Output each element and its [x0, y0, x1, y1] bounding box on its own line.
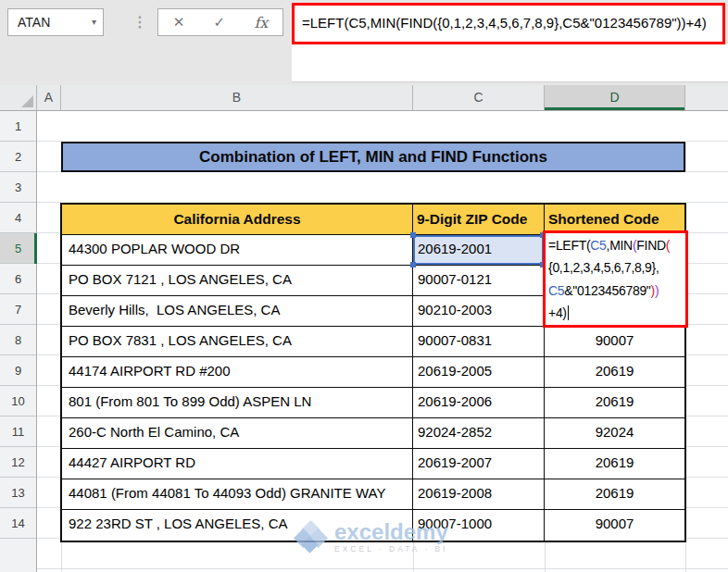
formula-cell[interactable]: =LEFT(C5,MIN(FIND({0,1,2,3,4,5,6,7,8,9},… — [543, 230, 688, 328]
column-header-C[interactable]: C — [413, 85, 545, 110]
cancel-icon[interactable]: ✕ — [173, 14, 185, 31]
column-header-A[interactable]: A — [37, 85, 61, 110]
formula-toolbar: ✕ ✓ fx — [157, 8, 283, 36]
row-header-3[interactable]: 3 — [0, 172, 36, 203]
cell-address[interactable]: 260-C North El Camino, CA — [62, 418, 413, 449]
row-header-7[interactable]: 7 — [0, 294, 36, 325]
cell-zip[interactable]: 20619-2001 — [413, 235, 545, 266]
separator-dots-icon: ⋮ — [132, 10, 147, 34]
row-header-10[interactable]: 10 — [0, 386, 36, 417]
table-row: 801 (From 801 To 899 Odd) ASPEN LN20619-… — [62, 388, 684, 418]
worksheet: ABCD 1234567891011121314 Combination of … — [0, 85, 728, 572]
header-zip-code[interactable]: 9-Digit ZIP Code — [413, 205, 545, 235]
table-row: 44174 AIRPORT RD #20020619-200520619 — [62, 357, 684, 388]
cell-code[interactable]: 20619 — [545, 449, 684, 479]
row-header-6[interactable]: 6 — [0, 264, 36, 294]
row-header-1[interactable]: 1 — [0, 111, 36, 142]
range-handle — [410, 232, 416, 238]
empty-cells-cover — [61, 111, 686, 142]
column-header-B[interactable]: B — [61, 85, 413, 110]
cell-zip[interactable]: 90007-1000 — [413, 510, 545, 541]
cell-zip[interactable]: 20619-2006 — [413, 388, 545, 418]
select-all-corner[interactable] — [0, 85, 37, 110]
selected-row-accent — [34, 233, 37, 264]
formula-chrome: ATAN ▾ ⋮ ✕ ✓ fx =LEFT(C5,MIN(FIND({0,1,2… — [0, 0, 728, 85]
cell-code[interactable]: 20619 — [545, 357, 684, 388]
formula-line: =LEFT(C5,MIN(FIND( — [548, 234, 685, 256]
cell-address[interactable]: 44081 (From 44081 To 44093 Odd) GRANITE … — [62, 479, 413, 510]
range-handle — [410, 262, 416, 267]
table-row: 260-C North El Camino, CA92024-285292024 — [62, 418, 684, 449]
cell-zip[interactable]: 20619-2005 — [413, 357, 545, 388]
enter-icon[interactable]: ✓ — [214, 14, 226, 31]
cell-address[interactable]: 44300 POPLAR WOOD DR — [62, 235, 413, 266]
insert-function-icon[interactable]: fx — [254, 14, 268, 31]
table-row: 44427 AIRPORT RD20619-200720619 — [62, 449, 684, 479]
cell-address[interactable]: 922 23RD ST , LOS ANGELES, CA — [62, 510, 413, 541]
column-header-D[interactable]: D — [545, 85, 685, 110]
select-all-triangle-icon — [21, 95, 33, 107]
row-header-4[interactable]: 4 — [0, 203, 36, 233]
table-row: 44081 (From 44081 To 44093 Odd) GRANITE … — [62, 479, 684, 510]
text-cursor — [568, 305, 570, 320]
cell-zip[interactable]: 90210-2003 — [413, 296, 545, 327]
empty-cells-cover — [61, 172, 686, 203]
formula-line: C5&"0123456789")) — [548, 280, 685, 302]
cell-code[interactable]: 92024 — [545, 418, 684, 449]
row-header-8[interactable]: 8 — [0, 325, 36, 355]
row-header-12[interactable]: 12 — [0, 447, 36, 478]
name-box-value: ATAN — [18, 15, 50, 30]
formula-bar[interactable]: =LEFT(C5,MIN(FIND({0,1,2,3,4,5,6,7,8,9},… — [292, 3, 725, 44]
cell-address[interactable]: PO BOX 7121 , LOS ANGELES, CA — [62, 266, 413, 296]
row-header-2[interactable]: 2 — [0, 142, 36, 172]
cell-zip[interactable]: 20619-2008 — [413, 479, 545, 510]
cell-code[interactable]: 20619 — [545, 479, 684, 510]
cell-address[interactable]: Beverly Hills, LOS ANGELES, CA — [62, 296, 413, 327]
cell-zip[interactable]: 20619-2007 — [413, 449, 545, 479]
cell-zip[interactable]: 90007-0121 — [413, 266, 545, 296]
column-headers: ABCD — [0, 85, 728, 111]
row-header-13[interactable]: 13 — [0, 478, 36, 508]
table-row: PO BOX 7831 , LOS ANGELES, CA90007-08319… — [62, 327, 684, 357]
formula-line: +4) — [548, 302, 685, 324]
formula-bar-value: =LEFT(C5,MIN(FIND({0,1,2,3,4,5,6,7,8,9},… — [302, 15, 707, 31]
row-headers: 1234567891011121314 — [0, 111, 37, 572]
title-cell[interactable]: Combination of LEFT, MIN and FIND Functi… — [61, 142, 685, 172]
cell-address[interactable]: PO BOX 7831 , LOS ANGELES, CA — [62, 327, 413, 357]
cell-code[interactable]: 90007 — [545, 510, 684, 541]
row-header-11[interactable]: 11 — [0, 417, 36, 447]
table-row: 922 23RD ST , LOS ANGELES, CA90007-10009… — [62, 510, 684, 541]
cell-address[interactable]: 801 (From 801 To 899 Odd) ASPEN LN — [62, 388, 413, 418]
row-header-9[interactable]: 9 — [0, 355, 36, 386]
row-header-14[interactable]: 14 — [0, 508, 36, 539]
cell-zip[interactable]: 92024-2852 — [413, 418, 545, 449]
header-california-address[interactable]: California Address — [62, 205, 413, 235]
formula-line: {0,1,2,3,4,5,6,7,8,9}, — [548, 256, 685, 279]
cell-address[interactable]: 44174 AIRPORT RD #200 — [62, 357, 413, 388]
cell-address[interactable]: 44427 AIRPORT RD — [62, 449, 413, 479]
name-box[interactable]: ATAN ▾ — [7, 8, 104, 36]
row-header-5[interactable]: 5 — [0, 233, 36, 264]
formula-bar-extension[interactable] — [292, 44, 728, 82]
cell-zip[interactable]: 90007-0831 — [413, 327, 545, 357]
cell-code[interactable]: 20619 — [545, 388, 684, 418]
excel-window: ATAN ▾ ⋮ ✕ ✓ fx =LEFT(C5,MIN(FIND({0,1,2… — [0, 0, 728, 572]
formula-cell-lines: =LEFT(C5,MIN(FIND({0,1,2,3,4,5,6,7,8,9},… — [548, 234, 685, 325]
name-box-dropdown-icon[interactable]: ▾ — [92, 9, 96, 35]
cell-code[interactable]: 90007 — [545, 327, 684, 357]
